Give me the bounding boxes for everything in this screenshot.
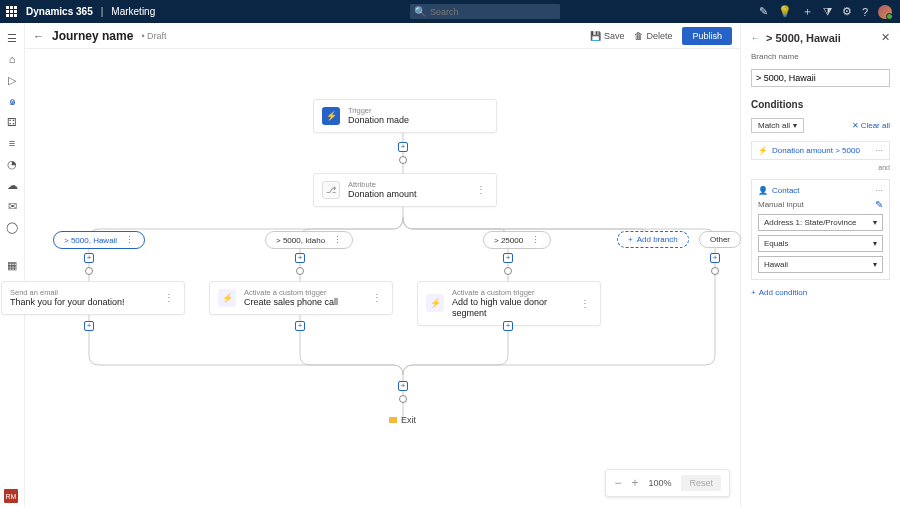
lightbulb-icon[interactable]: 💡 — [778, 5, 792, 18]
delete-button[interactable]: 🗑 Delete — [634, 31, 672, 41]
contact-icon: 👤 — [758, 186, 768, 195]
publish-button[interactable]: Publish — [682, 27, 732, 45]
add-step-button[interactable]: + — [503, 321, 513, 331]
nav-home-icon[interactable]: ⌂ — [5, 52, 19, 66]
branch-5000-idaho[interactable]: > 5000, Idaho⋮ — [265, 231, 353, 249]
nav-cloud-icon[interactable]: ☁ — [5, 178, 19, 192]
add-step-button[interactable]: + — [84, 253, 94, 263]
and-label: and — [751, 164, 890, 171]
attribute-select[interactable]: Address 1: State/Province▾ — [758, 214, 883, 231]
branch-name-input[interactable] — [751, 69, 890, 87]
add-step-button[interactable]: + — [710, 253, 720, 263]
journey-canvas[interactable]: ⚡ TriggerDonation made + ⎇ AttributeDona… — [25, 49, 740, 507]
lightning-icon: ⚡ — [218, 289, 236, 307]
condition-more-icon[interactable]: ⋯ — [875, 186, 883, 195]
attribute-node[interactable]: ⎇ AttributeDonation amount ⋮ — [313, 173, 497, 207]
user-badge[interactable]: RM — [4, 489, 18, 503]
connector-ring — [399, 395, 407, 403]
nav-people-icon[interactable]: ⚃ — [5, 115, 19, 129]
branch-other[interactable]: Other — [699, 231, 741, 248]
connector-ring — [85, 267, 93, 275]
condition-block: 👤 Contact ⋯ Manual input ✎ Address 1: St… — [751, 179, 890, 280]
add-step-button[interactable]: + — [398, 142, 408, 152]
app-launcher-icon[interactable] — [6, 6, 18, 18]
nav-play-icon[interactable]: ▷ — [5, 73, 19, 87]
search-input[interactable] — [430, 7, 556, 17]
add-step-button[interactable]: + — [295, 321, 305, 331]
global-search[interactable]: 🔍 — [410, 4, 560, 19]
connector-ring — [296, 267, 304, 275]
add-step-button[interactable]: + — [84, 321, 94, 331]
condition-more-icon[interactable]: ⋯ — [875, 146, 883, 155]
edit-icon[interactable]: ✎ — [759, 5, 768, 18]
zoom-value: 100% — [648, 478, 671, 488]
save-button[interactable]: 💾 Save — [590, 31, 625, 41]
zoom-in-button[interactable]: + — [631, 476, 638, 490]
email-node[interactable]: Send an emailThank you for your donation… — [1, 281, 185, 315]
branch-more-icon[interactable]: ⋮ — [125, 235, 134, 245]
status-badge: • Draft — [141, 31, 166, 41]
conditions-heading: Conditions — [751, 99, 890, 110]
zoom-out-button[interactable]: − — [614, 476, 621, 490]
page-title: Journey name — [52, 29, 133, 43]
chevron-down-icon: ▾ — [873, 260, 877, 269]
branch-icon: ⎇ — [322, 181, 340, 199]
value-select[interactable]: Hawaii▾ — [758, 256, 883, 273]
add-step-button[interactable]: + — [503, 253, 513, 263]
nav-grid-icon[interactable]: ▦ — [5, 258, 19, 272]
plus-icon[interactable]: ＋ — [802, 4, 813, 19]
nav-journeys-icon[interactable]: ๑ — [5, 94, 19, 108]
nav-shape-icon[interactable]: ◯ — [5, 220, 19, 234]
side-panel: ← > 5000, Hawaii ✕ Branch name Condition… — [740, 23, 900, 507]
panel-back-button[interactable]: ← — [751, 33, 760, 43]
lightning-icon: ⚡ — [426, 294, 444, 312]
custom-trigger-node-1[interactable]: ⚡ Activate a custom triggerCreate sales … — [209, 281, 393, 315]
clear-all-button[interactable]: ✕ Clear all — [852, 121, 890, 130]
trigger-node[interactable]: ⚡ TriggerDonation made — [313, 99, 497, 133]
branch-more-icon[interactable]: ⋮ — [333, 235, 342, 245]
add-branch-button[interactable]: + Add branch — [617, 231, 689, 248]
exit-node: Exit — [389, 415, 416, 425]
lightning-icon: ⚡ — [758, 146, 768, 155]
add-step-button[interactable]: + — [398, 381, 408, 391]
zoom-controls: − + 100% Reset — [605, 469, 730, 497]
lightning-icon: ⚡ — [322, 107, 340, 125]
left-nav: ☰ ⌂ ▷ ๑ ⚃ ≡ ◔ ☁ ✉ ◯ ▦ ▯ — [0, 23, 25, 507]
chevron-down-icon: ▾ — [873, 239, 877, 248]
filter-icon[interactable]: ⧩ — [823, 5, 832, 18]
app-name: Dynamics 365 — [26, 6, 93, 17]
connector-ring — [711, 267, 719, 275]
branch-5000-hawaii[interactable]: > 5000, Hawaii⋮ — [53, 231, 145, 249]
branch-more-icon[interactable]: ⋮ — [531, 235, 540, 245]
search-icon: 🔍 — [414, 6, 426, 17]
zoom-reset-button[interactable]: Reset — [681, 475, 721, 491]
add-condition-button[interactable]: + Add condition — [751, 288, 890, 297]
nav-menu-icon[interactable]: ☰ — [5, 31, 19, 45]
node-more-icon[interactable]: ⋮ — [370, 292, 384, 303]
avatar[interactable] — [878, 5, 892, 19]
operator-select[interactable]: Equals▾ — [758, 235, 883, 252]
branch-25000[interactable]: > 25000⋮ — [483, 231, 551, 249]
branch-name-label: Branch name — [751, 52, 890, 61]
gear-icon[interactable]: ⚙ — [842, 5, 852, 18]
match-all-dropdown[interactable]: Match all▾ — [751, 118, 804, 133]
condition-row[interactable]: ⚡ Donation amount > 5000 ⋯ — [751, 141, 890, 160]
custom-trigger-node-2[interactable]: ⚡ Activate a custom triggerAdd to high v… — [417, 281, 601, 326]
manual-input-label: Manual input — [758, 200, 804, 209]
node-more-icon[interactable]: ⋮ — [162, 292, 176, 303]
nav-clock-icon[interactable]: ◔ — [5, 157, 19, 171]
connector-ring — [504, 267, 512, 275]
back-button[interactable]: ← — [33, 30, 44, 42]
flag-icon — [389, 417, 397, 423]
connector-ring — [399, 156, 407, 164]
panel-close-button[interactable]: ✕ — [881, 31, 890, 44]
chevron-down-icon: ▾ — [793, 121, 797, 130]
nav-mail-icon[interactable]: ✉ — [5, 199, 19, 213]
node-more-icon[interactable]: ⋮ — [578, 298, 592, 309]
node-more-icon[interactable]: ⋮ — [474, 184, 488, 195]
panel-title: > 5000, Hawaii — [766, 32, 841, 44]
nav-list-icon[interactable]: ≡ — [5, 136, 19, 150]
edit-icon[interactable]: ✎ — [875, 199, 883, 210]
help-icon[interactable]: ? — [862, 6, 868, 18]
add-step-button[interactable]: + — [295, 253, 305, 263]
